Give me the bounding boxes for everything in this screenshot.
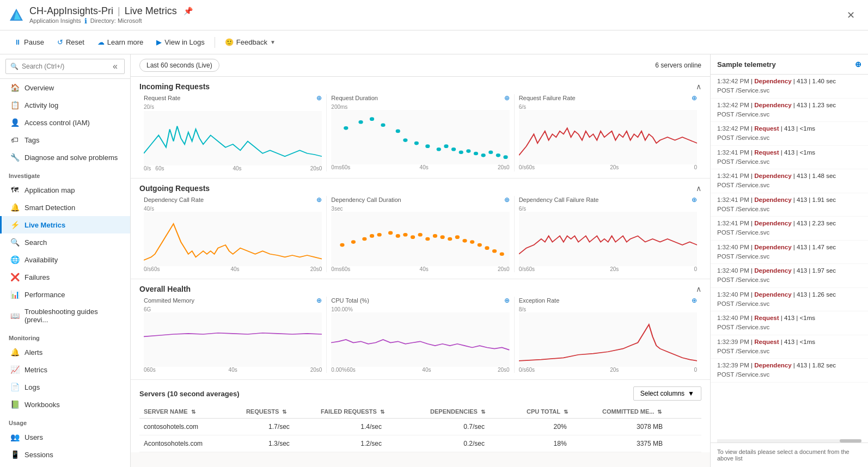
sidebar-item-workbooks[interactable]: 📗Workbooks [0, 396, 130, 413]
collapse-sidebar-button[interactable]: « [111, 62, 120, 71]
feedback-icon: 🙂 [225, 38, 234, 46]
server-name-cell: Acontosohotels.com [139, 435, 242, 452]
svg-point-31 [433, 234, 437, 238]
sidebar-item-live-metrics[interactable]: ⚡Live Metrics [0, 216, 130, 234]
pause-button[interactable]: ⏸ Pause [9, 35, 50, 49]
exception-rate-chart: Exception Rate ⊕ 8/s 0/s [515, 297, 701, 373]
sidebar-item-activity-log[interactable]: 📋Activity log [0, 96, 130, 114]
svg-point-20 [340, 243, 345, 247]
telemetry-endpoint: POST /Service.svc [717, 348, 769, 354]
servers-table-title: Servers (10 second averages) [139, 390, 240, 398]
dep-call-duration-filter-icon[interactable]: ⊕ [504, 196, 510, 204]
sort-icon-server[interactable]: ⇅ [191, 409, 195, 415]
request-failure-filter-icon[interactable]: ⊕ [692, 94, 697, 102]
sort-icon-failed[interactable]: ⇅ [380, 409, 384, 415]
request-rate-filter-icon[interactable]: ⊕ [316, 94, 322, 102]
table-row[interactable]: Acontosohotels.com 1.3/sec 1.2/sec 0.2/s… [139, 435, 701, 452]
sidebar-item-failures[interactable]: ❌Failures [0, 268, 130, 286]
list-item[interactable]: 1:32:42 PM | Request | 413 | <1msPOST /S… [711, 122, 868, 146]
outgoing-requests-header[interactable]: Outgoing Requests ∧ [139, 179, 701, 196]
list-item[interactable]: 1:32:41 PM | Dependency | 413 | 2.23 sec… [711, 217, 868, 241]
close-button[interactable]: ✕ [842, 7, 859, 23]
alerts-label: Alerts [25, 348, 42, 357]
sidebar-item-overview[interactable]: 🏠Overview [0, 79, 130, 96]
cpu-total-label: CPU Total (%) [331, 297, 369, 304]
sidebar-item-performance[interactable]: 📊Performance [0, 286, 130, 303]
pin-icon[interactable]: 📌 [184, 7, 193, 15]
sidebar-item-application-map[interactable]: 🗺Application map [0, 181, 130, 199]
sort-icon-mem[interactable]: ⇅ [657, 409, 662, 415]
title-separator: | [118, 5, 120, 17]
svg-point-29 [418, 233, 423, 237]
request-duration-filter-icon[interactable]: ⊕ [504, 94, 510, 102]
reset-button[interactable]: ↺ Reset [52, 35, 90, 49]
incoming-requests-header[interactable]: Incoming Requests ∧ [139, 77, 701, 94]
list-item[interactable]: 1:32:42 PM | Dependency | 413 | 1.40 sec… [711, 75, 868, 99]
sidebar-item-users[interactable]: 👥Users [0, 428, 130, 446]
status-bar: Last 60 seconds (Live) 6 servers online [131, 54, 710, 77]
cpu-total-filter-icon[interactable]: ⊕ [504, 297, 510, 304]
access-control-icon: 👤 [10, 118, 19, 127]
diagnose-label: Diagnose and solve problems [25, 153, 118, 162]
search-input[interactable] [22, 63, 107, 70]
list-item[interactable]: 1:32:41 PM | Dependency | 413 | 1.91 sec… [711, 193, 868, 217]
svg-point-2 [344, 126, 349, 130]
sidebar-item-alerts[interactable]: 🔔Alerts [0, 343, 130, 361]
svg-point-5 [381, 123, 386, 127]
list-item[interactable]: 1:32:40 PM | Dependency | 413 | 1.97 sec… [711, 264, 868, 288]
overall-health-header[interactable]: Overall Health ∧ [139, 279, 701, 297]
telemetry-type: Dependency [754, 102, 791, 108]
col-dependencies: DEPENDENCIES ⇅ [426, 405, 522, 419]
svg-point-18 [496, 153, 500, 157]
telemetry-type: Request [754, 149, 779, 156]
dep-call-failure-filter-icon[interactable]: ⊕ [692, 196, 697, 204]
subtitle-dir: Directory: Microsoft [90, 17, 142, 24]
svg-point-40 [500, 252, 504, 256]
list-item[interactable]: 1:32:40 PM | Dependency | 413 | 1.26 sec… [711, 288, 868, 312]
list-item[interactable]: 1:32:41 PM | Dependency | 413 | 1.48 sec… [711, 169, 868, 193]
sidebar-item-smart-detection[interactable]: 🔔Smart Detection [0, 199, 130, 216]
sidebar-item-tags[interactable]: 🏷Tags [0, 131, 130, 149]
list-item[interactable]: 1:32:42 PM | Dependency | 413 | 1.23 sec… [711, 99, 868, 122]
exception-rate-filter-icon[interactable]: ⊕ [692, 297, 697, 304]
sidebar-item-access-control[interactable]: 👤Access control (IAM) [0, 114, 130, 131]
learn-more-button[interactable]: ☁ Learn more [92, 35, 149, 49]
info-icon: ℹ [84, 17, 87, 25]
select-columns-chevron-icon: ▼ [688, 390, 694, 397]
sidebar-item-search[interactable]: 🔍Search [0, 234, 130, 251]
sidebar-item-availability[interactable]: 🌐Availability [0, 251, 130, 268]
telemetry-time: 1:32:41 PM [717, 173, 749, 179]
sort-icon-cpu[interactable]: ⇅ [564, 409, 568, 415]
sort-icon-deps[interactable]: ⇅ [481, 409, 485, 415]
select-columns-button[interactable]: Select columns ▼ [633, 386, 701, 401]
overview-label: Overview [25, 84, 54, 92]
sidebar-item-diagnose[interactable]: 🔧Diagnose and solve problems [0, 149, 130, 166]
application-map-icon: 🗺 [10, 186, 19, 194]
svg-point-13 [459, 150, 463, 154]
view-in-logs-button[interactable]: ▶ View in Logs [151, 35, 210, 49]
sidebar-item-metrics[interactable]: 📈Metrics [0, 361, 130, 378]
svg-point-6 [396, 130, 400, 133]
table-row[interactable]: contosohotels.com 1.7/sec 1.4/sec 0.7/se… [139, 419, 701, 435]
servers-table: SERVER NAME ⇅ REQUESTS ⇅ FAILED REQUESTS… [139, 405, 701, 452]
sort-icon-requests[interactable]: ⇅ [282, 409, 286, 415]
azure-icon [9, 8, 24, 23]
sidebar-item-troubleshooting[interactable]: 📖Troubleshooting guides (previ... [0, 303, 130, 328]
telemetry-filter-icon[interactable]: ⊕ [855, 60, 861, 69]
incoming-requests-title: Incoming Requests [139, 82, 210, 91]
sidebar-item-sessions[interactable]: 📱Sessions [0, 446, 130, 463]
list-item[interactable]: 1:32:39 PM | Dependency | 413 | 1.82 sec… [711, 359, 868, 383]
dep-call-rate-filter-icon[interactable]: ⊕ [316, 196, 322, 204]
list-item[interactable]: 1:32:40 PM | Dependency | 413 | 1.47 sec… [711, 241, 868, 265]
list-item[interactable]: 1:32:41 PM | Request | 413 | <1msPOST /S… [711, 146, 868, 170]
list-item[interactable]: 1:32:40 PM | Request | 413 | <1msPOST /S… [711, 311, 868, 335]
feedback-button[interactable]: 🙂 Feedback ▼ [219, 35, 281, 49]
telemetry-endpoint: POST /Service.svc [717, 182, 769, 188]
sidebar-item-logs[interactable]: 📄Logs [0, 378, 130, 396]
workbooks-icon: 📗 [10, 400, 19, 409]
col-committed-memory: COMMITTED ME... ⇅ [598, 405, 701, 419]
committed-memory-filter-icon[interactable]: ⊕ [316, 297, 322, 304]
telemetry-time: 1:32:40 PM [717, 244, 749, 250]
reset-icon: ↺ [57, 38, 63, 46]
list-item[interactable]: 1:32:39 PM | Request | 413 | <1msPOST /S… [711, 335, 868, 359]
